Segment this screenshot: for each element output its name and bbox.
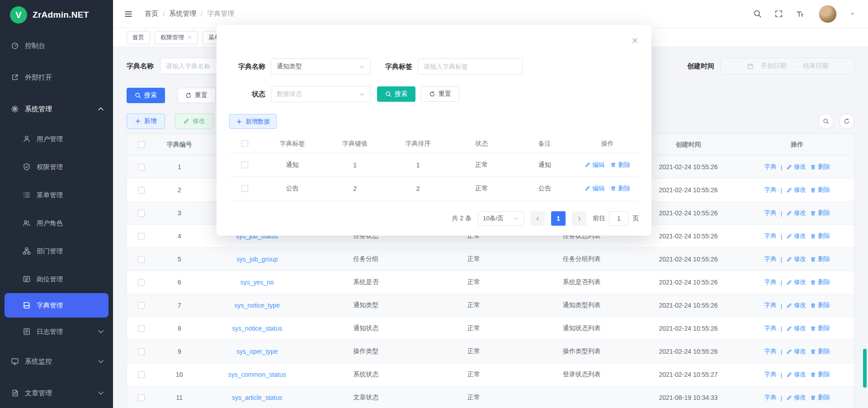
breadcrumb-home[interactable]: 首页 bbox=[145, 9, 158, 18]
close-icon[interactable] bbox=[631, 37, 639, 44]
delete-link[interactable]: 删除 bbox=[810, 232, 830, 240]
dict-type-link[interactable]: sys_job_group bbox=[236, 256, 278, 263]
row-checkbox[interactable] bbox=[138, 187, 145, 194]
close-icon[interactable] bbox=[187, 35, 192, 40]
edit-link[interactable]: 修改 bbox=[786, 278, 806, 286]
dict-type-link[interactable]: sys_common_status bbox=[228, 371, 286, 378]
row-checkbox[interactable] bbox=[138, 325, 145, 332]
select-all-checkbox[interactable] bbox=[138, 141, 145, 148]
sidebar-item-user-role[interactable]: 用户角色 bbox=[0, 209, 113, 237]
delete-link[interactable]: 删除 bbox=[810, 278, 830, 286]
toggle-search-button[interactable] bbox=[818, 114, 834, 129]
edit-link[interactable]: 修改 bbox=[786, 209, 806, 217]
fullscreen-icon[interactable] bbox=[774, 9, 783, 18]
dict-data-link[interactable]: 字典 bbox=[764, 347, 776, 356]
sidebar-item-menu-management[interactable]: 菜单管理 bbox=[0, 181, 113, 209]
row-checkbox[interactable] bbox=[138, 279, 145, 286]
sidebar-item-external[interactable]: 外部打开 bbox=[0, 62, 113, 93]
dict-data-link[interactable]: 字典 bbox=[764, 163, 776, 171]
row-checkbox[interactable] bbox=[138, 348, 145, 355]
search-button[interactable]: 搜索 bbox=[127, 88, 165, 103]
sidebar-item-user-management[interactable]: 用户管理 bbox=[0, 125, 113, 153]
edit-link[interactable]: 修改 bbox=[786, 232, 806, 240]
delete-link[interactable]: 删除 bbox=[810, 394, 830, 402]
edit-button[interactable]: 修改 bbox=[175, 114, 213, 129]
row-checkbox[interactable] bbox=[138, 302, 145, 309]
page-size-select[interactable]: 10条/页 bbox=[478, 211, 524, 226]
delete-link[interactable]: 删除 bbox=[810, 186, 830, 194]
create-time-range-picker[interactable]: 开始日期 - 结束日期 bbox=[721, 58, 854, 74]
tab-home[interactable]: 首页 bbox=[127, 31, 150, 44]
dict-data-link[interactable]: 字典 bbox=[764, 301, 776, 309]
status-select[interactable]: 数据状态 bbox=[271, 86, 371, 102]
row-checkbox[interactable] bbox=[138, 233, 145, 240]
next-page-button[interactable] bbox=[572, 211, 586, 226]
caret-down-icon[interactable] bbox=[849, 11, 855, 17]
row-checkbox[interactable] bbox=[138, 256, 145, 263]
delete-link[interactable]: 删除 bbox=[810, 301, 830, 309]
modal-reset-button[interactable]: 重置 bbox=[421, 86, 459, 102]
edit-link[interactable]: 修改 bbox=[786, 370, 806, 379]
dict-data-link[interactable]: 字典 bbox=[764, 255, 776, 263]
edit-link[interactable]: 修改 bbox=[786, 347, 806, 356]
delete-link[interactable]: 删除 bbox=[810, 370, 830, 379]
edit-link[interactable]: 编辑 bbox=[585, 161, 604, 169]
sidebar-item-permission-management[interactable]: 权限管理 bbox=[0, 153, 113, 181]
modal-select-all-checkbox[interactable] bbox=[241, 140, 248, 147]
edit-link[interactable]: 修改 bbox=[786, 394, 806, 402]
sidebar-item-post-management[interactable]: 岗位管理 bbox=[0, 265, 113, 293]
sidebar-item-article-management[interactable]: 文章管理 bbox=[0, 377, 113, 408]
prev-page-button[interactable] bbox=[530, 211, 545, 226]
tab-permission-management[interactable]: 权限管理 bbox=[155, 31, 198, 44]
delete-link[interactable]: 删除 bbox=[610, 185, 630, 193]
refresh-table-button[interactable] bbox=[839, 114, 854, 129]
sidebar-item-dashboard[interactable]: 控制台 bbox=[0, 30, 113, 62]
row-checkbox[interactable] bbox=[138, 164, 145, 171]
dict-type-link[interactable]: sys_article_status bbox=[232, 394, 282, 401]
dict-data-link[interactable]: 字典 bbox=[764, 278, 776, 286]
delete-link[interactable]: 删除 bbox=[810, 255, 830, 263]
breadcrumb-system[interactable]: 系统管理 bbox=[169, 9, 196, 18]
delete-link[interactable]: 删除 bbox=[810, 163, 830, 171]
reset-button[interactable]: 重置 bbox=[177, 88, 216, 103]
avatar[interactable] bbox=[819, 5, 837, 23]
dict-label-input[interactable] bbox=[418, 58, 523, 75]
sidebar-item-department-management[interactable]: 部门管理 bbox=[0, 237, 113, 265]
add-data-button[interactable]: 新增数据 bbox=[229, 114, 277, 129]
delete-link[interactable]: 删除 bbox=[810, 209, 830, 217]
sidebar-toggle-icon[interactable] bbox=[124, 9, 133, 19]
row-checkbox[interactable] bbox=[241, 161, 248, 168]
edit-link[interactable]: 编辑 bbox=[585, 185, 604, 193]
dict-name-select[interactable]: 通知类型 bbox=[271, 58, 371, 75]
edit-link[interactable]: 修改 bbox=[786, 301, 806, 309]
dict-type-link[interactable]: sys_yes_no bbox=[241, 279, 274, 286]
dict-data-link[interactable]: 字典 bbox=[764, 232, 776, 240]
delete-link[interactable]: 删除 bbox=[810, 324, 830, 332]
dict-data-link[interactable]: 字典 bbox=[764, 209, 776, 217]
modal-search-button[interactable]: 搜索 bbox=[377, 86, 415, 102]
sidebar-item-system-monitor[interactable]: 系统监控 bbox=[0, 346, 113, 377]
search-icon[interactable] bbox=[753, 9, 762, 18]
dict-data-link[interactable]: 字典 bbox=[764, 186, 776, 194]
edit-link[interactable]: 修改 bbox=[786, 255, 806, 263]
scrollbar-thumb[interactable] bbox=[863, 349, 867, 388]
goto-page-input[interactable] bbox=[609, 211, 629, 226]
dict-type-link[interactable]: sys_notice_status bbox=[232, 325, 282, 332]
font-size-icon[interactable] bbox=[796, 9, 804, 18]
edit-link[interactable]: 修改 bbox=[786, 186, 806, 194]
add-button[interactable]: 新增 bbox=[127, 114, 165, 129]
dict-data-link[interactable]: 字典 bbox=[764, 394, 776, 402]
page-number-button[interactable]: 1 bbox=[551, 211, 566, 226]
dict-data-link[interactable]: 字典 bbox=[764, 324, 776, 332]
dict-type-link[interactable]: sys_oper_type bbox=[236, 348, 278, 355]
dict-type-link[interactable]: sys_notice_type bbox=[234, 302, 279, 309]
delete-link[interactable]: 删除 bbox=[810, 347, 830, 356]
row-checkbox[interactable] bbox=[138, 210, 145, 217]
sidebar-item-system-management[interactable]: 系统管理 bbox=[0, 93, 113, 125]
row-checkbox[interactable] bbox=[241, 185, 248, 192]
row-checkbox[interactable] bbox=[138, 371, 145, 378]
sidebar-item-dict-management[interactable]: 字典管理 bbox=[5, 293, 108, 318]
row-checkbox[interactable] bbox=[138, 394, 145, 401]
edit-link[interactable]: 修改 bbox=[786, 324, 806, 332]
dict-data-link[interactable]: 字典 bbox=[764, 370, 776, 379]
